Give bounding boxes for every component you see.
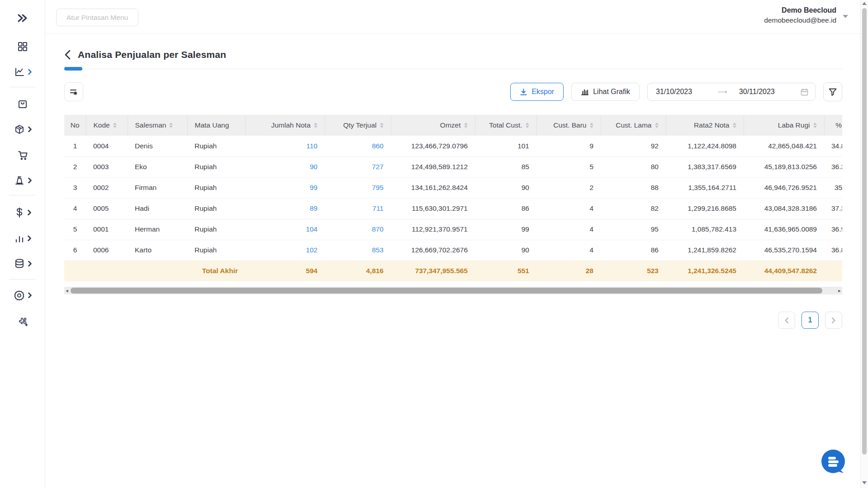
- view-chart-button[interactable]: Lihat Grafik: [571, 83, 640, 101]
- sort-icon[interactable]: [464, 123, 468, 128]
- sort-icon[interactable]: [655, 123, 659, 128]
- cell-laba-rugi: 45,189,813.0256: [744, 156, 824, 177]
- back-button[interactable]: [64, 50, 71, 60]
- qty-terjual-link[interactable]: 711: [372, 204, 384, 212]
- col-omzet[interactable]: Omzet: [391, 115, 475, 136]
- col-cust-lama[interactable]: Cust. Lama: [601, 115, 666, 136]
- gear-icon: [14, 290, 25, 301]
- scroll-up-icon[interactable]: [862, 2, 867, 5]
- cell-no: 5: [64, 219, 86, 240]
- sidebar-item-addons[interactable]: [0, 314, 45, 328]
- scroll-left-icon[interactable]: ◄: [64, 289, 70, 293]
- jumlah-nota-link[interactable]: 89: [310, 204, 318, 212]
- cell-cust-baru: 2: [536, 177, 601, 198]
- table-header-row: No Kode Salesman Mata Uang Jumlah Nota Q…: [64, 115, 842, 136]
- calendar-icon: [800, 88, 809, 96]
- cell-pct: 37.3%: [824, 198, 842, 219]
- total-total-cust: 551: [475, 261, 536, 281]
- qty-terjual-link[interactable]: 853: [372, 246, 384, 254]
- cell-rata2-nota: 1,241,859.8262: [666, 240, 744, 261]
- sidebar-item-analytics[interactable]: [0, 65, 45, 79]
- horizontal-scrollbar-thumb[interactable]: [71, 288, 822, 294]
- bag-icon: [17, 99, 28, 109]
- cell-laba-rugi: 43,084,328.3186: [744, 198, 824, 219]
- jumlah-nota-link[interactable]: 110: [306, 142, 318, 150]
- scroll-down-icon[interactable]: [862, 481, 867, 484]
- qty-terjual-link[interactable]: 795: [372, 184, 384, 191]
- cell-kode: 0002: [86, 177, 128, 198]
- cell-rata2-nota: 1,122,424.8098: [666, 136, 744, 156]
- sidebar-item-pos[interactable]: [0, 174, 45, 187]
- date-to[interactable]: 30/11/2023: [739, 88, 775, 96]
- cell-mata-uang: Rupiah: [187, 240, 245, 261]
- sort-icon[interactable]: [526, 123, 529, 128]
- sidebar-item-dashboard[interactable]: [0, 40, 45, 53]
- sidebar-item-masterdata[interactable]: [0, 257, 45, 270]
- date-range-picker[interactable]: 31/10/2023 ⟶ 30/11/2023: [647, 83, 816, 101]
- total-omzet: 737,347,955.565: [391, 261, 475, 281]
- qty-terjual-link[interactable]: 870: [372, 225, 384, 233]
- sidebar-item-sales[interactable]: [0, 97, 45, 111]
- cell-rata2-nota: 1,383,317.6569: [666, 156, 744, 177]
- sort-icon[interactable]: [113, 123, 117, 128]
- filter-button[interactable]: [823, 82, 842, 101]
- next-page-button[interactable]: [825, 312, 842, 329]
- col-kode[interactable]: Kode: [86, 115, 128, 136]
- cell-empty: [824, 261, 842, 281]
- cell-no: 6: [64, 240, 86, 261]
- column-settings-button[interactable]: [64, 82, 83, 101]
- horizontal-scrollbar[interactable]: ◄ ►: [64, 287, 842, 294]
- page-1-button[interactable]: 1: [802, 312, 819, 329]
- sort-icon[interactable]: [380, 123, 384, 128]
- tab-indicator-line: [64, 67, 842, 71]
- jumlah-nota-link[interactable]: 90: [310, 163, 318, 171]
- caret-down-icon[interactable]: [843, 15, 848, 18]
- vertical-scrollbar[interactable]: [860, 0, 868, 488]
- col-total-cust[interactable]: Total Cust.: [475, 115, 536, 136]
- chevron-left-icon: [784, 317, 789, 324]
- col-qty-terjual[interactable]: Qty Terjual: [325, 115, 391, 136]
- chat-launcher-button[interactable]: [819, 448, 848, 477]
- sort-icon[interactable]: [813, 123, 817, 128]
- cell-laba-rugi: 42,865,048.421: [744, 136, 824, 156]
- jumlah-nota-link[interactable]: 102: [306, 246, 318, 254]
- cell-total-cust: 85: [475, 156, 536, 177]
- cell-empty: [86, 261, 128, 281]
- vertical-scrollbar-thumb[interactable]: [862, 8, 867, 455]
- cell-kode: 0003: [86, 156, 128, 177]
- chevron-right-icon: [28, 236, 31, 241]
- col-laba-rugi[interactable]: Laba Rugi: [744, 115, 824, 136]
- sort-icon[interactable]: [314, 123, 318, 128]
- scroll-right-icon[interactable]: ►: [837, 289, 842, 293]
- pagination: 1: [64, 312, 842, 329]
- sidebar-item-reports[interactable]: [0, 232, 45, 245]
- cell-salesman: Firman: [128, 177, 187, 198]
- prev-page-button[interactable]: [778, 312, 795, 329]
- sidebar-item-purchases[interactable]: [0, 148, 45, 162]
- col-jumlah-nota[interactable]: Jumlah Nota: [245, 115, 325, 136]
- expand-icon: [17, 13, 28, 23]
- sidebar-item-products[interactable]: [0, 123, 45, 136]
- col-cust-baru[interactable]: Cust. Baru: [536, 115, 601, 136]
- sort-icon[interactable]: [733, 123, 736, 128]
- sidebar-divider: [9, 279, 35, 280]
- user-menu[interactable]: Demo Beecloud demobeecloud@bee.id: [764, 5, 836, 26]
- shortcut-menu-button[interactable]: Atur Pintasan Menu: [56, 9, 138, 26]
- sort-icon[interactable]: [169, 123, 173, 128]
- date-from[interactable]: 31/10/2023: [656, 88, 692, 96]
- col-salesman[interactable]: Salesman: [128, 115, 187, 136]
- sidebar-expand-button[interactable]: [0, 11, 45, 25]
- export-button[interactable]: Ekspor: [510, 83, 564, 101]
- cell-omzet: 123,466,729.0796: [391, 136, 475, 156]
- jumlah-nota-link[interactable]: 99: [310, 184, 318, 191]
- sidebar-item-settings[interactable]: [0, 289, 45, 302]
- qty-terjual-link[interactable]: 727: [372, 163, 384, 171]
- cell-omzet: 115,630,301.2971: [391, 198, 475, 219]
- qty-terjual-link[interactable]: 860: [372, 142, 384, 150]
- sidebar-item-finance[interactable]: [0, 206, 45, 219]
- sort-icon[interactable]: [590, 123, 593, 128]
- package-icon: [14, 124, 25, 135]
- jumlah-nota-link[interactable]: 104: [306, 225, 318, 233]
- col-rata2-nota[interactable]: Rata2 Nota: [666, 115, 744, 136]
- col-pct[interactable]: %: [824, 115, 842, 136]
